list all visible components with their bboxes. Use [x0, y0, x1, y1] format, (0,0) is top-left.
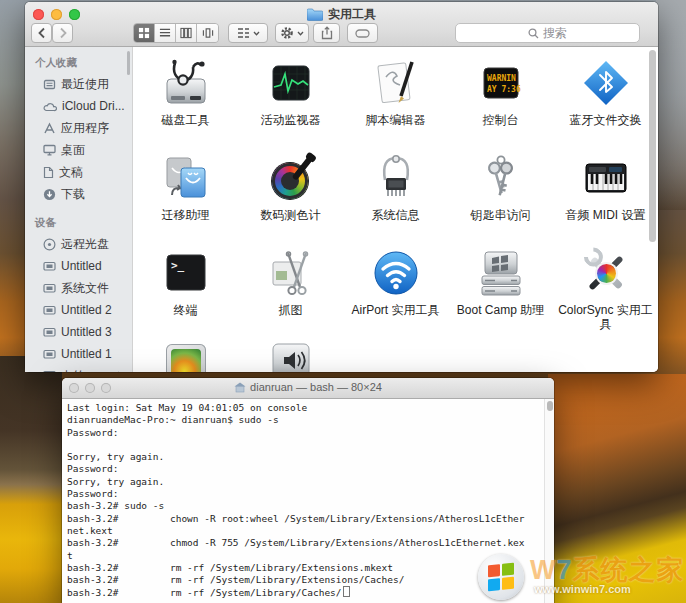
downloads-icon: [43, 188, 56, 201]
sidebar-item-untitled-3[interactable]: Untitled 3: [25, 321, 132, 343]
terminal-line: Password:: [67, 463, 554, 475]
wallpaper-rocks: [656, 0, 686, 210]
finder-titlebar[interactable]: 实用工具: [25, 2, 658, 47]
sidebar-item-applications[interactable]: 应用程序: [25, 117, 132, 139]
svg-text:>_: >_: [171, 259, 185, 272]
home-folder-icon: [234, 382, 246, 393]
terminal-scrollbar-thumb[interactable]: [547, 401, 553, 411]
drive-icon: [43, 304, 56, 316]
sidebar-item-dianruan[interactable]: 电软: [25, 365, 132, 372]
search-field[interactable]: 搜索: [455, 23, 640, 43]
app-label: 迁移助理: [162, 208, 210, 222]
grid-view-icon: [138, 27, 150, 39]
app-console[interactable]: WARNIN AY 7:36 控制台: [448, 57, 553, 152]
app-activity-monitor[interactable]: 活动监视器: [238, 57, 343, 152]
terminal-line: Password:: [67, 427, 554, 439]
app-label: 系统信息: [372, 208, 420, 222]
app-voiceover-utility-partial[interactable]: [238, 342, 343, 372]
terminal-line: dianruandeMac-Pro:~ dianruan$ sudo -s: [67, 414, 554, 426]
sidebar-item-untitled[interactable]: Untitled: [25, 255, 132, 277]
app-bluetooth-file-exchange[interactable]: 蓝牙文件交换: [553, 57, 658, 152]
terminal-line: Sorry, try again.: [67, 451, 554, 463]
column-view-button[interactable]: [176, 24, 197, 42]
app-label: 抓图: [279, 303, 303, 317]
eject-icon[interactable]: [113, 371, 124, 372]
terminal-cursor: [343, 586, 350, 597]
sidebar-item-remote-disc[interactable]: 远程光盘: [25, 233, 132, 255]
terminal-line: bash-3.2# sudo -s: [67, 500, 554, 512]
boot-camp-assistant-icon: [475, 247, 527, 299]
app-grab[interactable]: 抓图: [238, 247, 343, 342]
app-label: 钥匙串访问: [471, 208, 531, 222]
script-editor-icon: [370, 57, 422, 109]
app-boot-camp-assistant[interactable]: Boot Camp 助理: [448, 247, 553, 342]
sidebar-item-icloud-drive[interactable]: iCloud Dri...: [25, 95, 132, 117]
sidebar-item-untitled-2[interactable]: Untitled 2: [25, 299, 132, 321]
terminal-app-icon: >_: [160, 247, 212, 299]
arrange-menu-button[interactable]: [228, 23, 268, 43]
wallpaper-autumn-slope: [548, 374, 686, 603]
terminal-line: Last login: Sat May 19 04:01:05 on conso…: [67, 402, 554, 414]
icon-view-button[interactable]: [134, 24, 155, 42]
terminal-line: Sorry, try again.: [67, 476, 554, 488]
terminal-titlebar[interactable]: dianruan — bash — 80×24: [62, 378, 554, 399]
sidebar-item-documents[interactable]: 文稿: [25, 161, 132, 183]
app-colorsync-utility[interactable]: ColorSync 实用工具: [553, 247, 658, 342]
chevron-down-icon: [297, 31, 304, 36]
tags-button[interactable]: [347, 23, 378, 43]
back-button[interactable]: [31, 23, 52, 43]
app-audio-midi-setup[interactable]: 音频 MIDI 设置: [553, 152, 658, 247]
coverflow-view-button[interactable]: [197, 24, 218, 42]
content-scrollbar[interactable]: [649, 50, 656, 242]
audio-midi-setup-icon: [580, 152, 632, 204]
sidebar-item-system-files[interactable]: 系统文件: [25, 277, 132, 299]
app-digital-color-meter[interactable]: 数码测色计: [238, 152, 343, 247]
app-terminal[interactable]: >_ 终端: [133, 247, 238, 342]
app-keychain-access[interactable]: 钥匙串访问: [448, 152, 553, 247]
system-information-icon: [370, 152, 422, 204]
forward-button[interactable]: [52, 23, 73, 43]
airport-utility-icon: [370, 247, 422, 299]
sidebar-item-untitled-1[interactable]: Untitled 1: [25, 343, 132, 365]
app-label: 终端: [174, 303, 198, 317]
activity-monitor-icon: [265, 57, 317, 109]
sidebar-item-desktop[interactable]: 桌面: [25, 139, 132, 161]
search-placeholder: 搜索: [543, 25, 567, 42]
app-grapher-partial[interactable]: [133, 342, 238, 372]
terminal-content[interactable]: Last login: Sat May 19 04:01:05 on conso…: [62, 399, 554, 603]
chevron-left-icon: [37, 27, 47, 39]
terminal-line: bash-3.2# chown -R root:wheel /System/Li…: [67, 513, 554, 525]
app-disk-utility[interactable]: 磁盘工具: [133, 57, 238, 152]
list-view-button[interactable]: [155, 24, 176, 42]
share-button[interactable]: [313, 23, 340, 43]
terminal-title: dianruan — bash — 80×24: [62, 381, 554, 393]
search-icon: [528, 28, 539, 39]
app-label: 脚本编辑器: [366, 113, 426, 127]
terminal-line: bash-3.2# rm -rf /System/Library/Extensi…: [67, 574, 554, 586]
terminal-scrollbar[interactable]: [544, 399, 554, 603]
applications-icon: [43, 122, 56, 135]
page-title: 实用工具: [328, 6, 376, 23]
disc-icon: [43, 238, 56, 251]
app-migration-assistant[interactable]: 迁移助理: [133, 152, 238, 247]
sidebar-item-recents[interactable]: 最近使用: [25, 73, 132, 95]
sidebar-section-favorites: 个人收藏: [25, 53, 132, 73]
action-menu-button[interactable]: [275, 23, 309, 43]
terminal-line: t: [67, 550, 554, 562]
app-system-information[interactable]: 系统信息: [343, 152, 448, 247]
sidebar-scrollbar[interactable]: [127, 51, 130, 75]
app-airport-utility[interactable]: AirPort 实用工具: [343, 247, 448, 342]
documents-icon: [43, 166, 54, 179]
drive-icon: [43, 260, 56, 272]
app-script-editor[interactable]: 脚本编辑器: [343, 57, 448, 152]
gear-icon: [280, 26, 294, 40]
app-label: 磁盘工具: [162, 113, 210, 127]
coverflow-view-icon: [202, 27, 214, 39]
sidebar-item-downloads[interactable]: 下载: [25, 183, 132, 205]
computer-icon: [43, 370, 56, 372]
disk-utility-icon: [160, 57, 212, 109]
finder-toolbar: 搜索: [25, 22, 658, 46]
drive-icon: [43, 348, 56, 360]
drive-icon: [43, 282, 56, 294]
app-label: Boot Camp 助理: [457, 303, 544, 317]
